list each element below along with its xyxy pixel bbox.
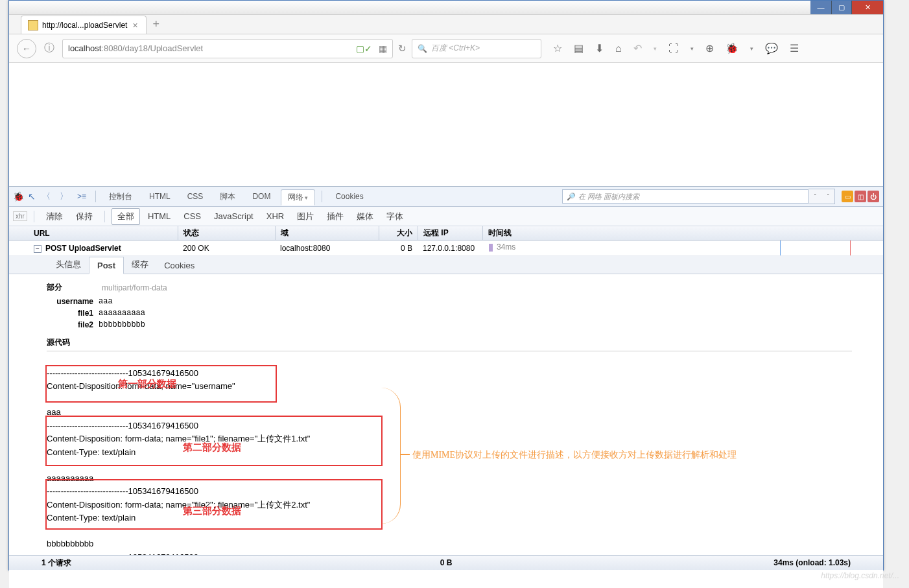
devtools-minimize-button[interactable]: ▭ <box>842 191 853 202</box>
panel-script[interactable]: 脚本 <box>213 189 242 204</box>
filter-persist[interactable]: 保持 <box>71 209 98 224</box>
console-toggle-icon[interactable]: >≡ <box>75 192 89 201</box>
firebug-icon[interactable]: 🐞 <box>13 191 24 202</box>
section-parts-label: 部分 <box>47 282 102 293</box>
page-favicon <box>28 20 38 30</box>
tab-close-icon[interactable]: × <box>131 20 139 30</box>
content-type-value: multipart/form-data <box>102 283 167 292</box>
filter-css[interactable]: CSS <box>178 209 206 223</box>
menu-icon[interactable]: ☰ <box>790 42 799 54</box>
request-status: 200 OK <box>178 244 275 253</box>
window-close-button[interactable]: ✕ <box>852 1 883 14</box>
window-minimize-button[interactable]: — <box>810 1 831 14</box>
devtools-close-button[interactable]: ⏻ <box>868 191 879 202</box>
request-detail-tabs: 头信息 Post 缓存 Cookies <box>9 256 883 274</box>
filter-media[interactable]: 媒体 <box>351 209 379 224</box>
filter-img[interactable]: 图片 <box>292 209 319 224</box>
network-request-row[interactable]: −POST UploadServlet 200 OK localhost:808… <box>9 241 883 256</box>
filter-plugin[interactable]: 插件 <box>322 209 349 224</box>
post-panel: 部分 multipart/form-data username aaa file… <box>9 274 883 588</box>
col-status[interactable]: 状态 <box>178 226 275 240</box>
request-timeline: 34ms <box>482 241 883 255</box>
raw-source: -----------------------------10534167941… <box>47 354 852 588</box>
tab-post[interactable]: Post <box>89 257 124 274</box>
devtools-popout-button[interactable]: ◫ <box>855 191 866 202</box>
tab-title: http://local...ploadServlet <box>42 21 127 30</box>
page-content <box>9 63 883 186</box>
devtools-search-input[interactable]: 🔎 在 网络 面板内搜索 <box>562 189 809 204</box>
panel-network[interactable]: 网络▾ <box>281 189 315 206</box>
devtools-statusbar: 1 个请求 0 B 34ms (onload: 1.03s) <box>9 555 883 570</box>
undo-icon[interactable]: ↶ <box>633 42 642 54</box>
annotation-connector <box>401 454 410 455</box>
panel-html[interactable]: HTML <box>143 190 177 203</box>
site-info-icon[interactable]: ⓘ <box>44 41 54 55</box>
source-label: 源代码 <box>47 331 852 351</box>
param-row: username aaa <box>47 296 852 307</box>
highlight-label-2: 第二部分数据 <box>183 440 241 455</box>
search-icon: 🔍 <box>418 44 427 53</box>
nav-next-icon[interactable]: 〉 <box>57 191 71 202</box>
search-placeholder: 百度 <Ctrl+K> <box>431 43 480 54</box>
status-size: 0 B <box>440 558 453 567</box>
nav-prev-icon[interactable]: 〈 <box>40 191 53 202</box>
qr-icon[interactable]: ▦ <box>379 43 387 54</box>
filter-all[interactable]: 全部 <box>112 208 140 225</box>
window-titlebar: — ▢ ✕ <box>9 1 883 15</box>
col-url[interactable]: URL <box>29 226 178 240</box>
expand-icon[interactable]: − <box>34 245 41 253</box>
browser-tab[interactable]: http://local...ploadServlet × <box>21 16 147 34</box>
request-size: 0 B <box>379 244 418 253</box>
filter-clear[interactable]: 清除 <box>41 209 68 224</box>
search-prev-button[interactable]: ˄ <box>809 189 821 204</box>
param-row: file2 bbbbbbbbbb <box>47 319 852 331</box>
request-domain: localhost:8080 <box>275 244 379 253</box>
new-tab-button[interactable]: + <box>153 18 160 31</box>
search-input[interactable]: 🔍 百度 <Ctrl+K> <box>412 39 541 58</box>
search-icon: 🔎 <box>567 193 576 201</box>
tab-cache[interactable]: 缓存 <box>124 255 156 274</box>
request-ip: 127.0.0.1:8080 <box>418 244 482 253</box>
download-icon[interactable]: ⬇ <box>595 42 604 54</box>
bookmark-star-icon[interactable]: ☆ <box>553 42 562 54</box>
globe-icon[interactable]: ⊕ <box>705 42 714 54</box>
annotation-brace <box>381 388 401 524</box>
navigation-toolbar: ← ⓘ localhost:8080/day18/UploadServlet ▢… <box>9 34 883 63</box>
panel-cookies[interactable]: Cookies <box>329 190 370 203</box>
panel-dom[interactable]: DOM <box>246 190 277 203</box>
back-button[interactable]: ← <box>17 39 36 58</box>
xhr-badge-icon: xhr <box>13 211 27 221</box>
inspector-icon[interactable]: ↖ <box>28 191 36 202</box>
url-input[interactable]: localhost:8080/day18/UploadServlet ▢✓ ▦ <box>62 39 393 58</box>
bug-icon[interactable]: 🐞 <box>726 42 738 54</box>
panel-console[interactable]: 控制台 <box>102 189 139 204</box>
chat-icon[interactable]: 💬 <box>765 42 778 54</box>
library-icon[interactable]: ▤ <box>574 42 584 54</box>
filter-xhr[interactable]: XHR <box>261 209 289 223</box>
col-size[interactable]: 大小 <box>379 226 418 240</box>
url-host: localhost <box>68 43 101 53</box>
status-requests: 1 个请求 <box>41 558 71 569</box>
col-timeline[interactable]: 时间线 <box>482 226 883 240</box>
col-ip[interactable]: 远程 IP <box>418 226 482 240</box>
param-row: file1 aaaaaaaaaa <box>47 307 852 319</box>
window-maximize-button[interactable]: ▢ <box>831 1 852 14</box>
col-domain[interactable]: 域 <box>275 226 379 240</box>
filter-html[interactable]: HTML <box>143 209 176 223</box>
browser-tabstrip: http://local...ploadServlet × + <box>9 15 883 34</box>
filter-font[interactable]: 字体 <box>381 209 408 224</box>
tab-headers[interactable]: 头信息 <box>48 255 89 274</box>
search-next-button[interactable]: ˅ <box>821 189 834 204</box>
network-filter-row: xhr 清除 保持 全部 HTML CSS JavaScript XHR 图片 … <box>9 207 883 226</box>
shield-icon[interactable]: ▢✓ <box>356 43 372 54</box>
tab-cookies[interactable]: Cookies <box>156 257 202 274</box>
crop-icon[interactable]: ⛶ <box>668 43 679 54</box>
url-path: :8080/day18/UploadServlet <box>101 43 203 53</box>
devtools-panel: 🐞 ↖ 〈 〉 >≡ 控制台 HTML CSS 脚本 DOM 网络▾ Cooki… <box>9 186 883 588</box>
highlight-label-1: 第一部分数据 <box>118 377 176 392</box>
reload-button[interactable]: ↻ <box>398 43 407 54</box>
panel-css[interactable]: CSS <box>181 190 210 203</box>
home-icon[interactable]: ⌂ <box>615 43 622 54</box>
filter-js[interactable]: JavaScript <box>209 209 259 223</box>
request-name: POST UploadServlet <box>45 244 121 253</box>
